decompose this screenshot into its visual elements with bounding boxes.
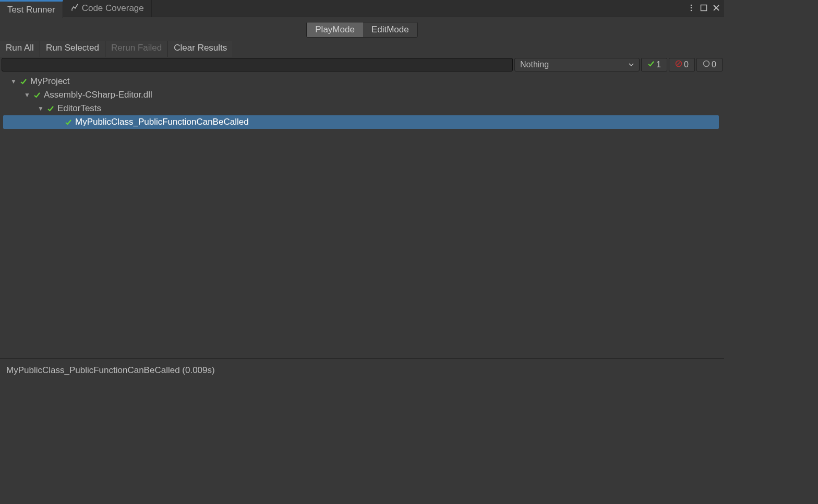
count-value: 0 [684,60,689,69]
tab-test-runner[interactable]: Test Runner [0,0,63,18]
tab-label: Code Coverage [82,3,144,14]
mode-toggle-row: PlayMode EditMode [0,17,724,41]
svg-rect-4 [701,5,707,10]
svg-point-1 [691,4,692,6]
coverage-icon [70,3,79,14]
rerun-failed-button[interactable]: Rerun Failed [105,41,168,57]
fail-icon [675,60,682,69]
count-value: 0 [712,60,716,69]
tab-code-coverage[interactable]: Code Coverage [63,0,152,17]
skip-icon [703,60,710,69]
tree-node-fixture[interactable]: ▼ EditorTests [2,102,720,115]
tree-node-assembly[interactable]: ▼ Assembly-CSharp-Editor.dll [2,88,720,102]
close-icon[interactable] [713,4,720,13]
node-label: MyProject [30,76,70,87]
expand-arrow-icon[interactable]: ▼ [38,105,45,112]
node-label: Assembly-CSharp-Editor.dll [44,90,152,100]
svg-point-2 [691,7,692,8]
skip-count[interactable]: 0 [696,58,723,71]
search-wrap [2,58,513,71]
expand-arrow-icon[interactable]: ▼ [10,78,18,85]
node-label: MyPublicClass_PublicFunctionCanBeCalled [75,117,249,127]
fail-count[interactable]: 0 [669,58,695,71]
dropdown-label: Nothing [520,60,549,69]
titlebar-spacer [152,0,688,17]
node-label: EditorTests [57,103,101,114]
tree-node-project[interactable]: ▼ MyProject [2,75,720,88]
kebab-menu-icon[interactable] [688,4,695,13]
count-value: 1 [656,60,661,69]
filter-row: Nothing 1 0 0 [0,57,724,73]
editmode-button[interactable]: EditMode [363,22,417,37]
check-icon [47,103,54,114]
test-tree[interactable]: ▼ MyProject ▼ Assembly-CSharp-Editor.dll… [0,73,724,358]
action-toolbar: Run All Run Selected Rerun Failed Clear … [0,41,724,57]
window-tab-bar: Test Runner Code Coverage [0,0,724,17]
playmode-button[interactable]: PlayMode [307,22,363,37]
search-input[interactable] [2,58,513,71]
pass-count[interactable]: 1 [641,58,667,71]
tree-node-test[interactable]: MyPublicClass_PublicFunctionCanBeCalled [3,115,719,129]
maximize-icon[interactable] [700,4,707,13]
chevron-down-icon [629,60,634,69]
svg-point-3 [691,9,692,11]
check-icon [65,117,72,127]
check-icon [33,90,41,100]
svg-point-0 [71,9,73,11]
category-dropdown[interactable]: Nothing [514,58,640,71]
svg-point-7 [704,61,709,67]
result-text: MyPublicClass_PublicFunctionCanBeCalled … [6,365,718,376]
mode-toggle-group: PlayMode EditMode [306,22,417,38]
window-controls [688,0,724,17]
run-selected-button[interactable]: Run Selected [40,41,105,57]
check-icon [20,76,27,87]
expand-arrow-icon[interactable]: ▼ [24,91,31,99]
result-details-panel: MyPublicClass_PublicFunctionCanBeCalled … [0,358,724,447]
check-icon [647,60,655,69]
clear-results-button[interactable]: Clear Results [168,41,233,57]
run-all-button[interactable]: Run All [0,41,40,57]
tab-label: Test Runner [7,5,55,15]
